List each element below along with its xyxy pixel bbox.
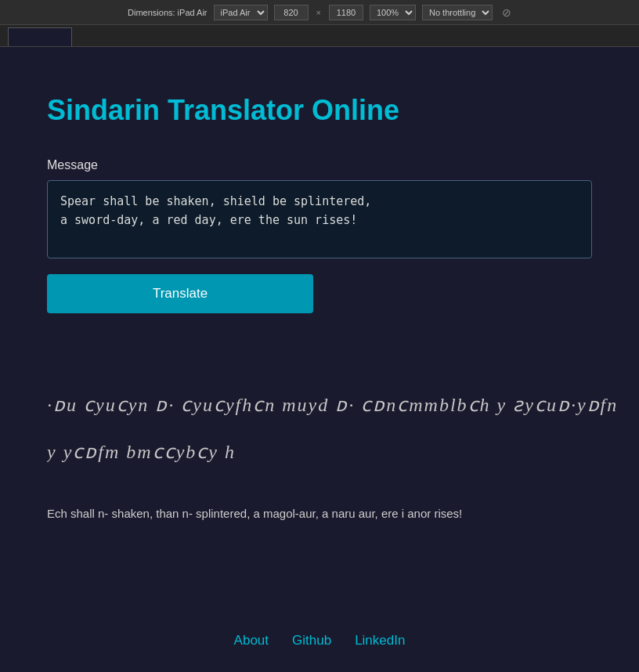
tengwar-svg: ·ᴅu ᴄyuᴄyn ᴅ· ᴄyuᴄyfhᴄn muyd ᴅ· ᴄᴅnᴄmmbl… <box>47 376 619 478</box>
svg-text:·ᴅu ᴄyuᴄyn ᴅ· ᴄyuᴄyfhᴄn muyd ᴅ: ·ᴅu ᴄyuᴄyn ᴅ· ᴄyuᴄyfhᴄn muyd ᴅ· ᴄᴅnᴄmmbl… <box>47 395 619 415</box>
about-link[interactable]: About <box>234 633 269 649</box>
translation-output: Ech shall n- shaken, than n- splintered,… <box>47 504 592 523</box>
browser-toolbar: Dimensions: iPad Air iPad Air × 100% No … <box>0 0 639 25</box>
width-input[interactable] <box>274 5 309 20</box>
message-textarea[interactable]: Spear shall be shaken, shield be splinte… <box>47 180 592 258</box>
device-select[interactable]: iPad Air <box>214 5 268 20</box>
linkedin-link[interactable]: LinkedIn <box>355 633 405 649</box>
page-title: Sindarin Translator Online <box>47 94 592 127</box>
settings-icon: ⊘ <box>502 6 511 19</box>
svg-text:y yᴄᴅfm bmᴄᴄybᴄy h: y yᴄᴅfm bmᴄᴄybᴄy h <box>47 442 236 462</box>
browser-tab[interactable] <box>8 27 72 46</box>
tengwar-output: ·ᴅu ᴄyuᴄyn ᴅ· ᴄyuᴄyfhᴄn muyd ᴅ· ᴄᴅnᴄmmbl… <box>47 345 592 481</box>
message-label: Message <box>47 158 592 172</box>
github-link[interactable]: Github <box>292 633 331 649</box>
dimension-x: × <box>316 8 321 17</box>
main-content: Sindarin Translator Online Message Spear… <box>0 47 639 609</box>
device-label: Dimensions: iPad Air <box>128 8 208 17</box>
throttle-select[interactable]: No throttling <box>422 5 493 20</box>
footer: About Github LinkedIn <box>0 609 639 672</box>
height-input[interactable] <box>329 5 363 20</box>
translate-button[interactable]: Translate <box>47 274 313 313</box>
zoom-select[interactable]: 100% <box>370 5 416 20</box>
tab-bar <box>0 25 639 47</box>
